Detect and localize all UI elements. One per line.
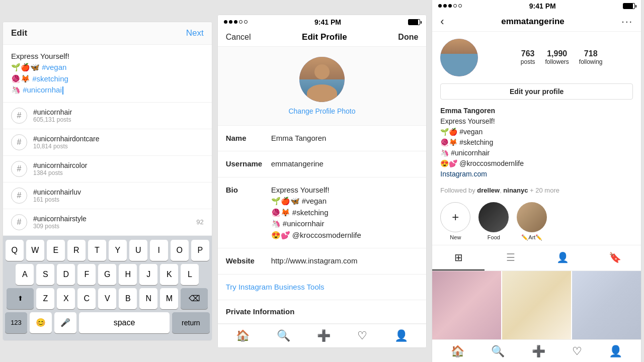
key-shift[interactable]: ⬆ <box>7 288 34 309</box>
highlight-food[interactable]: Food <box>478 202 509 241</box>
tab-list[interactable]: ☰ <box>485 245 537 270</box>
caption-area[interactable]: Express Yourself! 🌱🍎🦋 #vegan 🧶🦊 #sketchi… <box>3 45 212 103</box>
done-button[interactable]: Done <box>398 33 418 42</box>
highlight-new[interactable]: + New <box>440 202 470 241</box>
key-l[interactable]: L <box>181 264 199 285</box>
list-item[interactable]: # #unicornhaircolor 1384 posts <box>3 156 212 183</box>
profile-info: 763 posts 1,990 followers 718 following <box>432 32 641 83</box>
profile-nav-icon[interactable]: 👤 <box>609 345 622 358</box>
key-t[interactable]: T <box>88 240 106 261</box>
tag-count: 161 posts <box>33 196 81 203</box>
grid-photo-1[interactable] <box>432 271 501 340</box>
key-numbers[interactable]: 123 <box>5 312 27 333</box>
bio-link[interactable]: Instagram.com <box>440 169 633 179</box>
food-highlight-circle[interactable] <box>478 202 509 232</box>
profile-nav-icon[interactable]: 👤 <box>394 329 408 342</box>
follower-name-1[interactable]: drellew <box>477 187 500 194</box>
search-nav-icon[interactable]: 🔍 <box>277 329 290 342</box>
key-e[interactable]: E <box>47 240 65 261</box>
key-m[interactable]: M <box>160 288 178 309</box>
username-field[interactable]: Username emmatangerine <box>218 151 427 177</box>
list-item[interactable]: # #unicornhair 605,131 posts <box>3 103 212 129</box>
search-nav-icon[interactable]: 🔍 <box>491 345 505 358</box>
business-tools-section[interactable]: Try Instagram Business Tools <box>218 275 427 300</box>
key-r[interactable]: R <box>67 240 86 261</box>
list-item[interactable]: # #unicornhairdontcare 10,814 posts <box>3 129 212 156</box>
art-highlight-circle[interactable] <box>517 202 547 232</box>
key-emoji[interactable]: 😊 <box>30 312 52 333</box>
bio-field[interactable]: Bio Express Yourself! 🌱🍎🦋 #vegan 🧶🦊 #ske… <box>218 177 427 249</box>
key-w[interactable]: W <box>26 240 44 261</box>
cancel-button[interactable]: Cancel <box>226 33 251 42</box>
website-value: http://www.instagram.com <box>271 255 419 267</box>
key-x[interactable]: X <box>57 288 75 309</box>
tab-grid[interactable]: ⊞ <box>432 245 485 270</box>
key-delete[interactable]: ⌫ <box>181 288 208 309</box>
username-value: emmatangerine <box>271 158 419 170</box>
bio-name: Emma Tangoren <box>440 106 633 116</box>
tag-count: 1384 posts <box>33 169 87 176</box>
tag-name: #unicornhairstyle <box>33 215 87 223</box>
caption-line-3: 🧶🦊 #sketching <box>11 73 204 85</box>
tag-name: #unicornhairluv <box>33 188 81 196</box>
home-nav-icon[interactable]: 🏠 <box>451 345 464 358</box>
key-z[interactable]: Z <box>36 288 54 309</box>
bottom-nav: 🏠 🔍 ➕ ♡ 👤 <box>218 324 427 347</box>
grid-photo-3[interactable] <box>572 271 641 340</box>
website-field[interactable]: Website http://www.instagram.com <box>218 248 427 275</box>
add-highlight-button[interactable]: + <box>440 202 470 232</box>
followers-stat[interactable]: 1,990 followers <box>545 49 569 65</box>
list-item[interactable]: # #unicornhairluv 161 posts <box>3 183 212 209</box>
key-n[interactable]: N <box>139 288 157 309</box>
followed-by-text: Followed by drellew, ninanyc + 20 more <box>432 185 641 198</box>
key-a[interactable]: A <box>16 264 34 285</box>
key-y[interactable]: Y <box>109 240 127 261</box>
list-item[interactable]: # #unicornhairstyle 309 posts 92 <box>3 209 212 236</box>
follower-name-2[interactable]: ninanyc <box>503 187 528 194</box>
add-nav-icon[interactable]: ➕ <box>532 345 545 358</box>
more-options-button[interactable]: ··· <box>621 16 633 27</box>
nav-title: Edit Profile <box>302 32 347 42</box>
tab-tag[interactable]: 👤 <box>537 245 589 270</box>
profile-stats: 763 posts 1,990 followers 718 following <box>490 49 633 65</box>
key-p[interactable]: P <box>191 240 209 261</box>
next-button[interactable]: Next <box>186 28 204 38</box>
key-k[interactable]: K <box>160 264 178 285</box>
key-c[interactable]: C <box>77 288 96 309</box>
signal-dots <box>438 4 462 8</box>
back-button[interactable]: ‹ <box>440 15 444 28</box>
grid-photo-2[interactable] <box>502 271 571 340</box>
key-f[interactable]: F <box>77 264 96 285</box>
key-space[interactable]: space <box>79 312 170 333</box>
add-nav-icon[interactable]: ➕ <box>317 329 331 342</box>
likes-nav-icon[interactable]: ♡ <box>357 329 367 342</box>
home-nav-icon[interactable]: 🏠 <box>236 329 250 342</box>
key-j[interactable]: J <box>139 264 157 285</box>
dot5 <box>458 4 462 8</box>
business-tools-link[interactable]: Try Instagram Business Tools <box>226 283 325 291</box>
status-time: 9:41 PM <box>529 2 556 10</box>
likes-nav-icon[interactable]: ♡ <box>572 345 582 358</box>
highlight-art[interactable]: ✏️Art✏️ <box>517 202 547 241</box>
key-b[interactable]: B <box>119 288 137 309</box>
key-d[interactable]: D <box>57 264 75 285</box>
key-mic[interactable]: 🎤 <box>54 312 76 333</box>
suggestion-number: 92 <box>196 218 203 226</box>
key-s[interactable]: S <box>36 264 54 285</box>
key-u[interactable]: U <box>129 240 147 261</box>
key-i[interactable]: I <box>150 240 168 261</box>
key-q[interactable]: Q <box>6 240 24 261</box>
status-time: 9:41 PM <box>314 18 341 26</box>
key-v[interactable]: V <box>98 288 116 309</box>
key-o[interactable]: O <box>171 240 189 261</box>
bio-line-1: Express Yourself! <box>440 116 633 127</box>
name-field[interactable]: Name Emma Tangoren <box>218 126 427 152</box>
key-h[interactable]: H <box>119 264 137 285</box>
change-photo-button[interactable]: Change Profile Photo <box>288 107 355 115</box>
tab-bookmark[interactable]: 🔖 <box>589 245 641 270</box>
following-stat[interactable]: 718 following <box>579 49 603 65</box>
profile-username: emmatangerine <box>501 17 565 27</box>
edit-profile-button[interactable]: Edit your profile <box>440 83 633 100</box>
key-return[interactable]: return <box>172 312 210 333</box>
key-g[interactable]: G <box>98 264 116 285</box>
